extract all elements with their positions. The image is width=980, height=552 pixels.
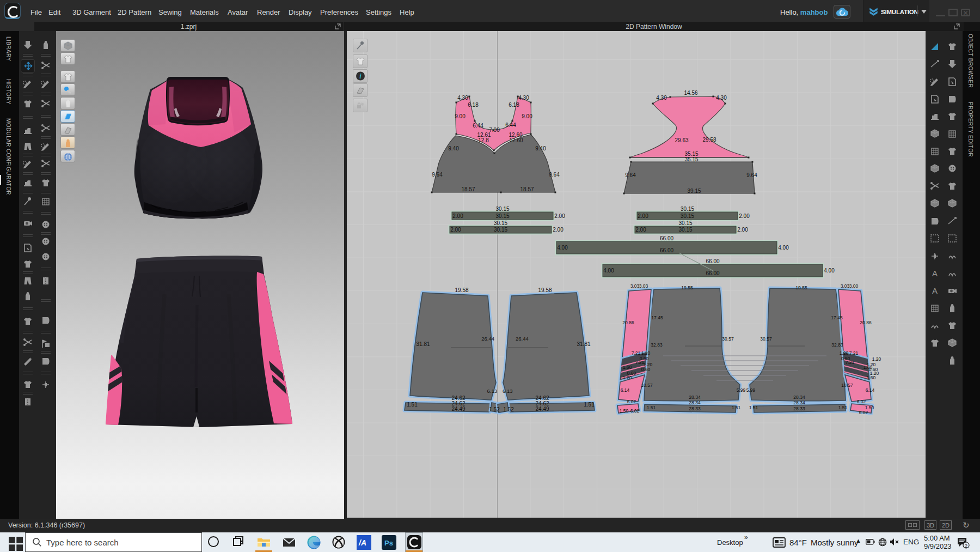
svg-text:1.51: 1.51 <box>732 405 741 410</box>
svg-text:1.60: 1.60 <box>867 375 876 380</box>
svg-text:6.14: 6.14 <box>866 387 875 393</box>
svg-text:30.15: 30.15 <box>678 220 692 226</box>
svg-text:9.64: 9.64 <box>549 172 560 178</box>
svg-text:29.58: 29.58 <box>702 137 716 143</box>
svg-text:6.44: 6.44 <box>505 122 516 128</box>
svg-text:39.15: 39.15 <box>687 188 701 194</box>
svg-text:9.64: 9.64 <box>625 172 636 178</box>
svg-text:28.34: 28.34 <box>689 400 701 405</box>
svg-text:28.34: 28.34 <box>793 400 805 405</box>
svg-text:1.50: 1.50 <box>620 408 629 414</box>
svg-text:7.21: 7.21 <box>849 350 859 356</box>
svg-text:9.40: 9.40 <box>448 145 459 151</box>
svg-text:A: A <box>932 286 938 295</box>
svg-text:1.51: 1.51 <box>407 402 418 408</box>
svg-text:24.49: 24.49 <box>535 406 549 412</box>
svg-text:1.52: 1.52 <box>503 407 514 413</box>
svg-text:35.15: 35.15 <box>684 156 698 162</box>
svg-text:4.00: 4.00 <box>557 245 568 251</box>
svg-text:1.20: 1.20 <box>623 375 632 380</box>
svg-text:6.18: 6.18 <box>468 102 479 108</box>
svg-text:30.15: 30.15 <box>681 213 694 219</box>
svg-text:20.86: 20.86 <box>622 320 634 325</box>
svg-text:19.58: 19.58 <box>538 287 552 293</box>
svg-text:4.00: 4.00 <box>824 268 835 274</box>
svg-text:10.57: 10.57 <box>841 383 853 388</box>
svg-text:4.30: 4.30 <box>518 95 529 101</box>
svg-text:6.02: 6.02 <box>627 399 636 404</box>
svg-text:17.45: 17.45 <box>651 315 663 320</box>
svg-text:6.02: 6.02 <box>630 408 640 414</box>
svg-text:4.30: 4.30 <box>457 95 468 101</box>
svg-text:2.00: 2.00 <box>554 213 565 219</box>
svg-text:30.15: 30.15 <box>681 206 694 212</box>
svg-text:66.00: 66.00 <box>706 258 719 264</box>
svg-text:19.55: 19.55 <box>795 285 807 290</box>
svg-text:A: A <box>932 269 938 278</box>
svg-text:1.60: 1.60 <box>623 365 632 370</box>
svg-text:2.00: 2.00 <box>635 227 646 233</box>
svg-text:31.81: 31.81 <box>577 341 590 347</box>
svg-text:6.13: 6.13 <box>503 388 513 394</box>
svg-text:24.49: 24.49 <box>451 406 465 412</box>
svg-text:32.83: 32.83 <box>831 342 843 348</box>
svg-text:12.8: 12.8 <box>478 137 489 143</box>
svg-text:2.00: 2.00 <box>638 213 648 219</box>
svg-text:3.00: 3.00 <box>849 283 859 289</box>
svg-text:9.64: 9.64 <box>746 172 757 178</box>
svg-text:30.57: 30.57 <box>722 336 734 342</box>
svg-text:1.51: 1.51 <box>749 405 758 410</box>
svg-text:2.00: 2.00 <box>553 227 564 233</box>
svg-text:18.57: 18.57 <box>520 186 534 192</box>
svg-text:4.30: 4.30 <box>716 95 727 101</box>
svg-text:30.57: 30.57 <box>760 336 772 342</box>
svg-text:3.03: 3.03 <box>630 283 640 289</box>
svg-text:30.15: 30.15 <box>494 220 507 226</box>
svg-text:31.81: 31.81 <box>416 341 430 347</box>
svg-text:30.15: 30.15 <box>495 213 509 219</box>
svg-text:2.00: 2.00 <box>737 227 748 233</box>
svg-text:6.02: 6.02 <box>857 399 866 404</box>
svg-text:26.44: 26.44 <box>481 336 494 342</box>
svg-text:32.83: 32.83 <box>651 342 663 348</box>
svg-text:1.51: 1.51 <box>838 405 848 410</box>
svg-text:1.20: 1.20 <box>872 356 881 362</box>
svg-text:6.14: 6.14 <box>621 387 630 393</box>
svg-text:30.15: 30.15 <box>678 227 692 233</box>
svg-text:6.02: 6.02 <box>859 410 868 415</box>
svg-text:30.15: 30.15 <box>495 206 509 212</box>
svg-text:9.64: 9.64 <box>432 172 443 178</box>
svg-text:19.58: 19.58 <box>455 287 468 293</box>
svg-text:1.20: 1.20 <box>840 350 849 356</box>
svg-text:1.51: 1.51 <box>584 402 595 408</box>
svg-text:4.30: 4.30 <box>656 95 667 101</box>
svg-text:66.00: 66.00 <box>660 247 673 253</box>
svg-text:30.15: 30.15 <box>494 227 507 233</box>
svg-text:3.03: 3.03 <box>841 283 850 289</box>
svg-text:66.00: 66.00 <box>706 270 719 276</box>
svg-text:28.33: 28.33 <box>689 406 701 411</box>
svg-text:28.34: 28.34 <box>689 395 701 400</box>
svg-text:4.00: 4.00 <box>603 268 614 274</box>
svg-text:9.00: 9.00 <box>522 113 532 119</box>
svg-text:6.13: 6.13 <box>487 388 498 394</box>
svg-text:28.33: 28.33 <box>793 406 805 411</box>
svg-text:1.52: 1.52 <box>489 407 500 413</box>
svg-text:9.00: 9.00 <box>455 113 465 119</box>
svg-text:5.99: 5.99 <box>746 387 756 393</box>
svg-text:26.44: 26.44 <box>516 336 529 342</box>
svg-text:5.99: 5.99 <box>737 387 746 393</box>
svg-text:17.45: 17.45 <box>831 315 843 320</box>
svg-text:2: 2 <box>965 543 967 549</box>
svg-text:0.60: 0.60 <box>641 367 651 372</box>
svg-text:19.55: 19.55 <box>681 285 693 290</box>
svg-text:12.60: 12.60 <box>509 137 523 143</box>
svg-text:1.51: 1.51 <box>647 405 656 410</box>
svg-text:20.86: 20.86 <box>860 320 872 325</box>
svg-text:6.44: 6.44 <box>473 123 483 129</box>
svg-text:10.57: 10.57 <box>641 383 653 388</box>
svg-text:1.60: 1.60 <box>863 365 873 370</box>
svg-text:7.21: 7.21 <box>632 350 641 356</box>
svg-text:2.00: 2.00 <box>452 213 463 219</box>
svg-text:7.21: 7.21 <box>846 360 855 365</box>
